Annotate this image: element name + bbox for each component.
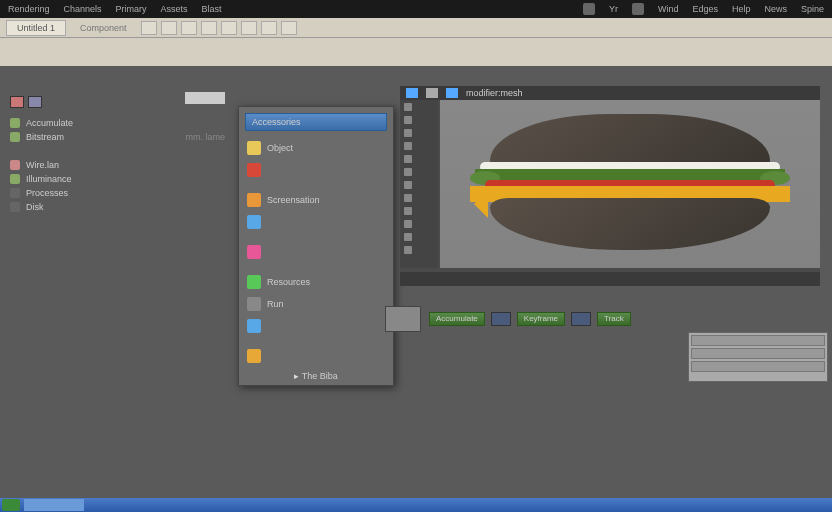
layer-row[interactable] [400,191,438,204]
layer-row[interactable] [400,126,438,139]
tool-button[interactable] [181,21,197,35]
layer-row[interactable] [400,230,438,243]
timeline-clip[interactable]: Accumulate [429,312,485,326]
menu-item[interactable] [239,211,393,233]
viewport: modifier:mesh [400,86,820,286]
menu-item[interactable]: Wind [658,4,679,14]
property-row[interactable] [691,361,825,372]
timeline-thumb[interactable] [385,306,421,332]
node-icon [10,174,20,184]
layer-icon [404,181,412,189]
property-row[interactable] [691,335,825,346]
layer-row[interactable] [400,243,438,256]
tool-button[interactable] [241,21,257,35]
viewport-canvas[interactable] [440,100,820,268]
layer-icon [404,168,412,176]
app-icon [247,193,261,207]
tool-button[interactable] [261,21,277,35]
menu-item[interactable]: Help [732,4,751,14]
layer-icon [404,233,412,241]
timeline-gap[interactable] [491,312,511,326]
bun-top [490,114,770,169]
app-icon [247,245,261,259]
layer-row[interactable] [400,100,438,113]
workspace: Accumulate Bitstreammm. lame Wire.lan Il… [0,66,832,498]
app-icon [247,319,261,333]
menu-item[interactable]: Primary [116,4,147,14]
menu-item[interactable]: Run [239,293,393,315]
list-item[interactable]: Wire.lan [10,158,225,172]
app-icon [247,275,261,289]
menu-item[interactable]: Assets [161,4,188,14]
document-tab[interactable]: Untitled 1 [6,20,66,36]
app-icon [247,163,261,177]
app-icon [247,349,261,363]
panel-tab[interactable] [185,92,225,104]
tool-button[interactable] [201,21,217,35]
viewport-header: modifier:mesh [400,86,820,100]
layer-row[interactable] [400,113,438,126]
menu-item[interactable]: Channels [64,4,102,14]
menubar: Rendering Channels Primary Assets Blast … [0,0,832,18]
tool-button[interactable] [281,21,297,35]
node-icon [10,118,20,128]
list-item[interactable]: Accumulate [10,116,225,130]
menu-item[interactable]: Yr [609,4,618,14]
outliner-panel: Accumulate Bitstreammm. lame Wire.lan Il… [10,96,225,214]
list-item[interactable]: Bitstreammm. lame [10,130,225,144]
burger-model[interactable] [470,114,790,254]
menu-item[interactable]: Screensation [239,189,393,211]
timeline-clip[interactable]: Track [597,312,631,326]
render-icon[interactable] [446,88,458,98]
timeline-gap[interactable] [571,312,591,326]
menu-item[interactable]: Edges [692,4,718,14]
property-row[interactable] [691,348,825,359]
menu-item[interactable] [239,315,393,337]
menu-item[interactable]: Object [239,137,393,159]
view-icon[interactable] [426,88,438,98]
node-icon [10,202,20,212]
menu-item[interactable] [239,241,393,263]
folder-icon [10,96,24,108]
timeline-clip[interactable]: Keyframe [517,312,565,326]
menu-item[interactable]: Blast [202,4,222,14]
menu-item[interactable]: News [764,4,787,14]
layer-row[interactable] [400,178,438,191]
breadcrumb: Component [70,21,137,35]
tool-button[interactable] [161,21,177,35]
cube-icon[interactable] [406,88,418,98]
start-button[interactable] [2,499,20,511]
list-item[interactable]: Processes [10,186,225,200]
home-icon[interactable] [583,3,595,15]
menu-item[interactable]: Resources [239,271,393,293]
taskbar-task[interactable] [24,499,84,511]
menu-item[interactable] [239,345,393,367]
layer-row[interactable] [400,152,438,165]
node-icon [10,160,20,170]
node-icon [10,132,20,142]
layer-row[interactable] [400,165,438,178]
menu-item[interactable]: Rendering [8,4,50,14]
layer-icon [404,207,412,215]
layer-icon [404,142,412,150]
tool-button[interactable] [221,21,237,35]
taskbar [0,498,832,512]
node-icon [10,188,20,198]
tool-button[interactable] [141,21,157,35]
ribbon [0,38,832,66]
menu-item[interactable]: Spine [801,4,824,14]
list-item[interactable]: Illuminance [10,172,225,186]
layer-icon[interactable] [632,3,644,15]
layer-icon [404,246,412,254]
viewport-title: modifier:mesh [466,88,523,98]
layer-row[interactable] [400,204,438,217]
list-item[interactable]: Disk [10,200,225,214]
menu-item-selected[interactable]: Accessories [245,113,387,131]
layer-row[interactable] [400,217,438,230]
layer-row[interactable] [400,139,438,152]
menu-footer[interactable]: ▸ The Biba [239,371,393,381]
menu-item[interactable] [239,159,393,181]
app-icon [247,215,261,229]
start-menu: Accessories ObjectScreensationResourcesR… [238,106,394,386]
toolbar: Untitled 1 Component [0,18,832,38]
